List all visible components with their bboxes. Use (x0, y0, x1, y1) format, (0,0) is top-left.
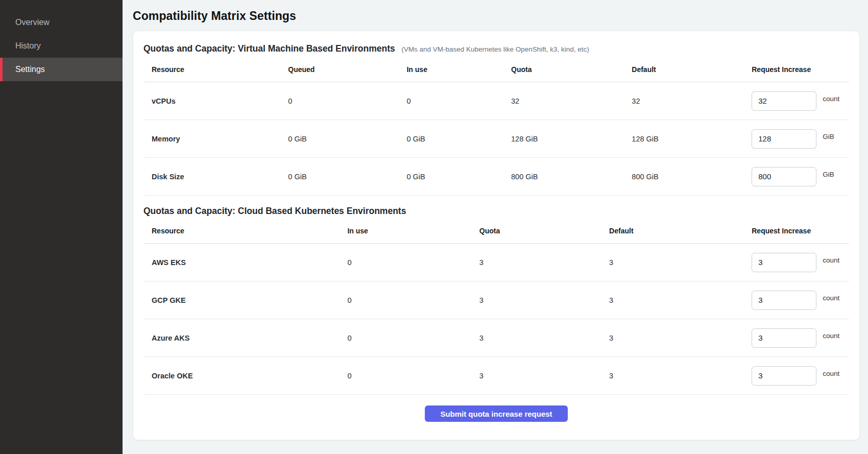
cell-default: 128 GiB (632, 120, 752, 158)
cell-queued: 0 GiB (288, 120, 406, 158)
cell-quota: 128 GiB (511, 120, 632, 158)
table-row-oracle-oke: Oracle OKE033count (143, 357, 849, 395)
cell-default: 32 (632, 82, 752, 120)
column-header-quota: Quota (511, 57, 632, 82)
cloud-section-title: Quotas and Capacity: Cloud Based Kuberne… (143, 206, 406, 216)
cell-default: 3 (609, 319, 752, 357)
vm-section-header: Quotas and Capacity: Virtual Machine Bas… (143, 36, 849, 57)
request-increase-input-gcp-gke[interactable] (752, 291, 816, 310)
cell-resource: GCP GKE (143, 281, 347, 319)
request-increase-input-aws-eks[interactable] (752, 253, 816, 272)
app-root: OverviewHistorySettings Compatibility Ma… (0, 0, 868, 454)
column-header-default: Default (609, 219, 752, 244)
cell-resource: Azure AKS (143, 319, 347, 357)
cell-request-increase: count (752, 244, 849, 281)
cell-quota: 800 GiB (511, 158, 632, 196)
column-header-resource: Resource (143, 219, 347, 244)
cell-request-increase: count (752, 357, 849, 395)
cell-request-increase: count (752, 319, 849, 357)
column-header-default: Default (632, 57, 752, 82)
column-header-quota: Quota (479, 219, 609, 244)
table-row-memory: Memory0 GiB0 GiB128 GiB128 GiBGiB (143, 120, 849, 158)
cell-in-use: 0 GiB (406, 120, 511, 158)
column-header-resource: Resource (143, 57, 288, 82)
cell-resource: AWS EKS (143, 244, 347, 281)
request-increase-input-memory[interactable] (752, 129, 816, 149)
cell-quota: 3 (479, 281, 609, 319)
cell-in-use: 0 (347, 244, 479, 281)
cell-resource: Oracle OKE (143, 357, 347, 395)
unit-label: count (823, 370, 839, 377)
cell-quota: 3 (479, 244, 609, 281)
vm-table-header-row: ResourceQueuedIn useQuotaDefaultRequest … (143, 57, 849, 82)
main-content: Compatibility Matrix Settings Quotas and… (123, 0, 868, 454)
cell-quota: 3 (479, 357, 609, 395)
table-row-gcp-gke: GCP GKE033count (143, 281, 849, 319)
vm-quota-table: ResourceQueuedIn useQuotaDefaultRequest … (143, 57, 849, 196)
cloud-table-header-row: ResourceIn useQuotaDefaultRequest Increa… (143, 219, 849, 244)
page-title: Compatibility Matrix Settings (133, 9, 860, 23)
vm-section-title: Quotas and Capacity: Virtual Machine Bas… (143, 43, 395, 54)
cell-quota: 3 (479, 319, 609, 357)
unit-label: count (823, 294, 839, 302)
settings-card: Quotas and Capacity: Virtual Machine Bas… (133, 31, 860, 440)
cell-resource: Memory (143, 120, 288, 158)
sidebar-item-settings[interactable]: Settings (0, 58, 123, 81)
cell-resource: vCPUs (143, 82, 288, 120)
request-increase-input-vcpus[interactable] (752, 91, 816, 111)
vm-section-subtitle: (VMs and VM-based Kubernetes like OpenSh… (401, 45, 589, 53)
cell-in-use: 0 (347, 357, 479, 395)
cell-quota: 32 (511, 82, 632, 120)
cell-queued: 0 (288, 82, 406, 120)
cell-request-increase: count (752, 82, 849, 120)
cell-in-use: 0 (347, 319, 479, 357)
table-row-disk-size: Disk Size0 GiB0 GiB800 GiB800 GiBGiB (143, 158, 849, 196)
sidebar: OverviewHistorySettings (0, 0, 123, 454)
cell-in-use: 0 (347, 281, 479, 319)
column-header-request-increase: Request Increase (752, 57, 849, 82)
unit-label: count (823, 95, 839, 103)
cell-queued: 0 GiB (288, 158, 406, 196)
sidebar-item-overview[interactable]: Overview (0, 11, 123, 34)
cell-request-increase: GiB (752, 158, 849, 196)
unit-label: count (823, 332, 839, 340)
request-increase-input-azure-aks[interactable] (752, 328, 816, 348)
submit-button-row: Submit quota increase request (143, 395, 849, 433)
unit-label: GiB (823, 171, 834, 178)
column-header-in-use: In use (406, 57, 511, 82)
cell-resource: Disk Size (143, 158, 288, 196)
column-header-in-use: In use (347, 219, 479, 244)
table-row-aws-eks: AWS EKS033count (143, 244, 849, 281)
unit-label: GiB (823, 133, 834, 140)
cell-default: 3 (609, 357, 752, 395)
cell-request-increase: GiB (752, 120, 849, 158)
cell-default: 800 GiB (632, 158, 752, 196)
cloud-section-header: Quotas and Capacity: Cloud Based Kuberne… (143, 196, 849, 219)
sidebar-item-history[interactable]: History (0, 34, 123, 58)
cell-default: 3 (609, 281, 752, 319)
request-increase-input-disk-size[interactable] (752, 167, 816, 186)
column-header-request-increase: Request Increase (752, 219, 849, 244)
cell-default: 3 (609, 244, 752, 281)
cell-in-use: 0 GiB (406, 158, 511, 196)
cloud-quota-table: ResourceIn useQuotaDefaultRequest Increa… (143, 219, 849, 395)
table-row-vcpus: vCPUs003232count (143, 82, 849, 120)
cell-in-use: 0 (406, 82, 511, 120)
submit-quota-increase-button[interactable]: Submit quota increase request (425, 405, 568, 422)
cell-request-increase: count (752, 281, 849, 319)
table-row-azure-aks: Azure AKS033count (143, 319, 849, 357)
request-increase-input-oracle-oke[interactable] (752, 366, 816, 386)
column-header-queued: Queued (288, 57, 406, 82)
unit-label: count (823, 256, 839, 264)
sidebar-nav: OverviewHistorySettings (0, 11, 123, 81)
